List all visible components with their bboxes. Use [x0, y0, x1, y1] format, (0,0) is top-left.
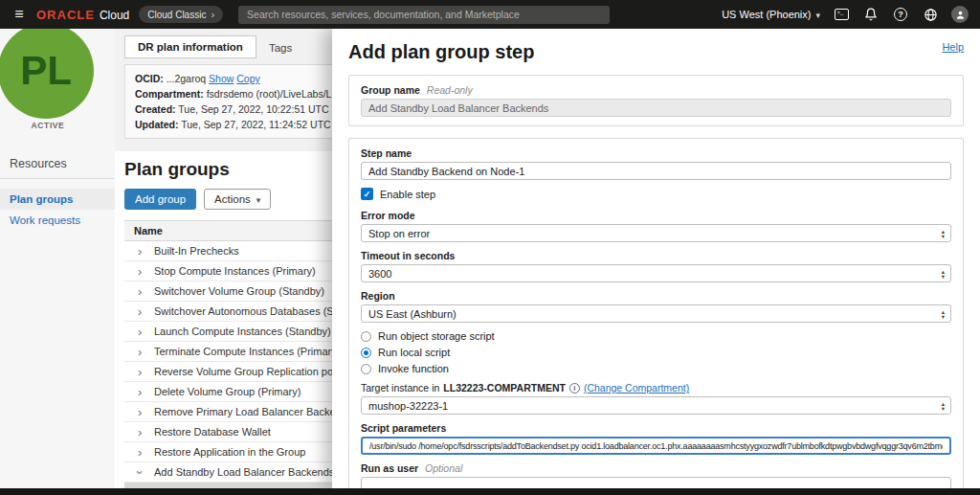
radio-invoke-function[interactable]: Invoke function — [361, 363, 951, 374]
radio-label: Run local script — [378, 347, 450, 358]
enable-step-checkbox[interactable] — [361, 188, 373, 200]
row-label: Delete Volume Group (Primary) — [154, 386, 301, 397]
region-selector[interactable]: US West (Phoenix) — [722, 9, 820, 20]
error-mode-select[interactable]: Stop on error — [361, 224, 951, 242]
error-mode-field-group: Error mode Stop on error — [361, 210, 951, 242]
error-mode-value: Stop on error — [368, 228, 430, 239]
actions-button[interactable]: Actions — [204, 189, 271, 210]
run-as-user-field-group: Run as user Optional — [361, 462, 951, 488]
expand-chevron-icon[interactable] — [138, 365, 145, 379]
region-value: US East (Ashburn) — [368, 308, 457, 320]
step-name-field[interactable] — [361, 162, 951, 180]
topbar-right: US West (Phoenix) — [722, 6, 969, 23]
radio-selected-icon[interactable] — [361, 348, 371, 358]
sidebar-item-plan-groups[interactable]: Plan groups — [0, 189, 115, 210]
timeout-stepper[interactable]: 3600 — [361, 264, 951, 282]
global-search — [238, 6, 610, 24]
expand-chevron-icon[interactable] — [138, 345, 145, 359]
tab-tags[interactable]: Tags — [256, 37, 304, 58]
ocid-copy-link[interactable]: Copy — [236, 73, 260, 84]
tab-dr-plan-information[interactable]: DR plan information — [124, 35, 256, 58]
expand-chevron-icon[interactable] — [138, 284, 145, 299]
region-field-group: Region US East (Ashburn) — [361, 290, 951, 323]
region-label: US West (Phoenix) — [722, 9, 811, 20]
row-label: Restore Database Wallet — [154, 426, 271, 438]
cloud-classic-label: Cloud Classic — [147, 10, 206, 20]
bell-icon — [864, 8, 878, 21]
run-as-user-label: Run as user — [361, 462, 418, 474]
timeout-label: Timeout in seconds — [361, 250, 951, 261]
bottom-bar — [0, 488, 980, 495]
search-input[interactable] — [238, 6, 610, 24]
script-parameters-field[interactable] — [361, 437, 951, 455]
cloud-classic-button[interactable]: Cloud Classic — [139, 6, 223, 23]
select-arrows-icon — [942, 229, 945, 238]
group-name-field — [361, 99, 951, 117]
region-label: Region — [361, 290, 951, 302]
ocid-label: OCID: — [135, 73, 164, 84]
help-icon — [894, 8, 907, 21]
stepper-arrows-icon — [942, 269, 945, 279]
menu-icon[interactable] — [11, 6, 27, 23]
expand-chevron-icon[interactable] — [138, 244, 145, 259]
profile-button[interactable] — [951, 6, 969, 23]
expand-chevron-icon[interactable] — [138, 425, 145, 439]
target-instance-label-row: Target instance in LL32223-COMPARTMENT (… — [361, 382, 951, 394]
row-label: Launch Compute Instances (Standby) — [154, 326, 331, 337]
panel-header: Add plan group step Help — [348, 41, 964, 63]
select-arrows-icon — [942, 309, 945, 319]
updated-label: Updated: — [135, 119, 179, 130]
run-as-user-field[interactable] — [361, 477, 951, 488]
updated-value: Tue, Sep 27, 2022, 11:24:52 UTC — [181, 119, 330, 130]
topbar: ORACLE Cloud Cloud Classic US West (Phoe… — [0, 0, 980, 29]
expand-chevron-icon[interactable] — [138, 264, 145, 279]
timeout-value: 3600 — [368, 268, 391, 280]
cloud-shell-button[interactable] — [833, 6, 850, 23]
chevron-right-icon — [211, 9, 214, 20]
ocid-show-link[interactable]: Show — [209, 73, 234, 84]
radio-icon[interactable] — [361, 364, 371, 374]
expand-chevron-icon[interactable] — [138, 445, 145, 460]
divider — [0, 178, 115, 179]
group-name-label-row: Group name Read-only — [361, 84, 951, 96]
expand-chevron-icon[interactable] — [138, 385, 145, 399]
run-as-user-label-row: Run as user Optional — [361, 462, 951, 474]
sidebar-item-work-requests[interactable]: Work requests — [0, 210, 115, 231]
expand-chevron-icon[interactable] — [138, 304, 145, 319]
help-link[interactable]: Help — [942, 41, 964, 53]
actions-button-label: Actions — [214, 193, 251, 205]
oracle-cloud-logo[interactable]: ORACLE Cloud — [36, 8, 129, 22]
group-name-label: Group name — [361, 84, 420, 96]
row-label: Built-In Prechecks — [154, 245, 239, 257]
target-instance-value: mushop-32223-1 — [368, 400, 448, 412]
enable-step-row: Enable step — [361, 188, 951, 200]
add-group-button[interactable]: Add group — [124, 189, 196, 210]
radio-label: Run object storage script — [378, 330, 495, 342]
help-button[interactable] — [892, 6, 909, 23]
radio-object-storage-script[interactable]: Run object storage script — [361, 330, 951, 342]
target-instance-field-group: Target instance in LL32223-COMPARTMENT (… — [361, 382, 951, 415]
collapse-chevron-icon[interactable] — [138, 465, 145, 480]
radio-run-local-script[interactable]: Run local script — [361, 347, 951, 358]
compartment-label: Compartment: — [135, 88, 204, 100]
created-label: Created: — [135, 103, 176, 115]
script-type-radio-group: Run object storage script Run local scri… — [361, 330, 951, 374]
row-label: Remove Primary Load Balancer Backend — [154, 406, 347, 417]
info-icon[interactable] — [569, 383, 580, 394]
radio-label: Invoke function — [378, 363, 449, 374]
ocid-value: ...2garoq — [167, 73, 206, 84]
row-label: Add Standby Load Balancer Backends — [154, 466, 334, 478]
resource-sidebar: PL ACTIVE Resources Plan groups Work req… — [0, 29, 115, 488]
expand-chevron-icon[interactable] — [138, 325, 145, 339]
cloud-logo-text: Cloud — [100, 9, 129, 22]
language-button[interactable] — [922, 6, 939, 23]
change-compartment-link[interactable]: (Change Compartment) — [584, 382, 689, 394]
notifications-button[interactable] — [862, 6, 880, 23]
target-compartment-name: LL32223-COMPARTMENT — [443, 382, 566, 394]
region-select[interactable]: US East (Ashburn) — [361, 304, 951, 323]
globe-icon — [924, 8, 938, 22]
target-instance-select[interactable]: mushop-32223-1 — [361, 396, 951, 415]
step-form-box: Step name Enable step Error mode Stop on… — [348, 138, 964, 488]
radio-icon[interactable] — [361, 331, 371, 342]
expand-chevron-icon[interactable] — [138, 405, 145, 419]
